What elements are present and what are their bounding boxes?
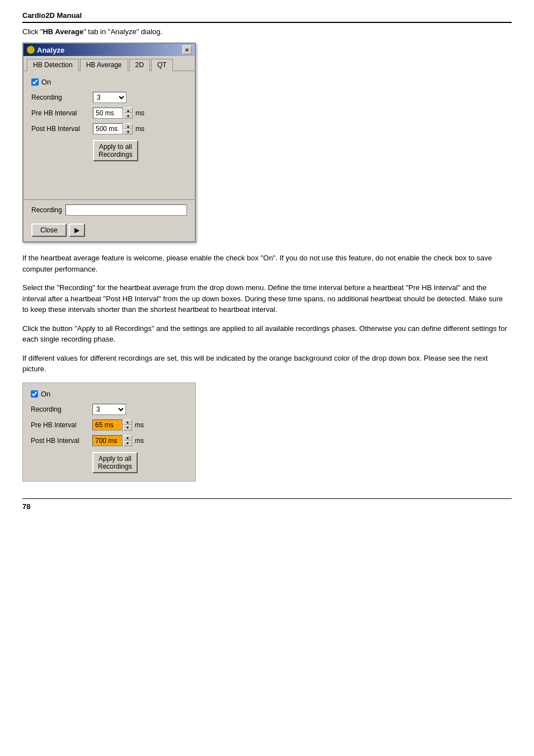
instruction-line: Click "HB Average" tab in "Analyze" dial… bbox=[22, 27, 512, 36]
analyze-dialog: Analyze × HB Detection HB Average 2D QT … bbox=[22, 43, 196, 242]
recording-select[interactable]: 3 bbox=[93, 92, 127, 103]
close-button[interactable]: Close bbox=[31, 223, 67, 237]
pre-hb-input[interactable] bbox=[93, 108, 123, 119]
footer-recording-label: Recording bbox=[31, 206, 62, 214]
tab-hb-detection[interactable]: HB Detection bbox=[27, 59, 79, 71]
pre-hb-spin-down[interactable]: ▼ bbox=[124, 113, 133, 119]
pre-hb-input-wrap: ▲ ▼ ms bbox=[93, 108, 144, 119]
panel2-post-hb-spin-down[interactable]: ▼ bbox=[123, 441, 132, 446]
post-hb-input-wrap: ▲ ▼ ms bbox=[93, 123, 144, 134]
panel2-pre-hb-spinner: ▲ ▼ bbox=[123, 419, 132, 431]
pre-hb-row: Pre HB Interval ▲ ▼ ms bbox=[31, 108, 187, 119]
tab-hb-average[interactable]: HB Average bbox=[80, 59, 128, 71]
panel2-pre-hb-wrap: ▲ ▼ ms bbox=[92, 419, 144, 431]
page-title: Cardio2D Manual bbox=[22, 11, 512, 23]
panel2-post-hb-wrap: ▲ ▼ ms bbox=[92, 435, 144, 446]
dialog-tabs: HB Detection HB Average 2D QT bbox=[24, 56, 195, 71]
on-checkbox[interactable] bbox=[31, 78, 39, 86]
post-hb-input[interactable] bbox=[93, 123, 123, 134]
recording-row: Recording 3 bbox=[31, 92, 187, 103]
dialog-titlebar: Analyze × bbox=[24, 44, 195, 56]
panel2-recording-row: Recording 3 bbox=[31, 404, 188, 415]
post-hb-label: Post HB Interval bbox=[31, 125, 93, 133]
panel2-pre-hb-spin-down[interactable]: ▼ bbox=[123, 425, 132, 431]
pre-hb-unit: ms bbox=[135, 109, 144, 117]
post-hb-spin-down[interactable]: ▼ bbox=[124, 129, 133, 134]
recording-label: Recording bbox=[31, 94, 93, 101]
footer-recording-row: Recording bbox=[31, 204, 187, 216]
pre-hb-spinner: ▲ ▼ bbox=[124, 108, 133, 119]
page-number: 78 bbox=[22, 498, 512, 511]
panel2-recording-label: Recording bbox=[31, 405, 92, 413]
panel2-post-hb-input[interactable] bbox=[92, 435, 123, 446]
panel2-post-hb-spin-up[interactable]: ▲ bbox=[123, 435, 132, 441]
panel2-post-hb-unit: ms bbox=[135, 437, 144, 445]
panel2-pre-hb-spin-up[interactable]: ▲ bbox=[123, 419, 132, 425]
body-paragraph-1: If the heartbeat average feature is welc… bbox=[22, 253, 509, 274]
spacer bbox=[31, 161, 187, 195]
tab-qt[interactable]: QT bbox=[151, 59, 173, 71]
panel2-post-hb-label: Post HB Interval bbox=[31, 437, 92, 445]
tab-2d[interactable]: 2D bbox=[129, 59, 150, 71]
post-hb-row: Post HB Interval ▲ ▼ ms bbox=[31, 123, 187, 134]
footer-recording-field bbox=[65, 204, 187, 216]
panel2: On Recording 3 Pre HB Interval ▲ ▼ ms Po… bbox=[22, 382, 196, 482]
body-paragraph-2: Select the "Recording" for the heartbeat… bbox=[22, 282, 509, 315]
on-label: On bbox=[41, 78, 51, 86]
post-hb-unit: ms bbox=[135, 125, 144, 133]
panel2-post-hb-row: Post HB Interval ▲ ▼ ms bbox=[31, 435, 188, 446]
dialog-footer: Recording bbox=[24, 199, 195, 220]
apply-to-all-button[interactable]: Apply to allRecordings bbox=[93, 140, 138, 161]
panel2-on-checkbox[interactable] bbox=[31, 390, 38, 398]
post-hb-spinner: ▲ ▼ bbox=[124, 123, 133, 134]
panel2-on-label: On bbox=[41, 390, 50, 398]
body-paragraph-4: If different values for different record… bbox=[22, 353, 509, 375]
panel2-on-row: On bbox=[31, 390, 188, 398]
panel2-apply-to-all-button[interactable]: Apply to allRecordings bbox=[92, 452, 138, 473]
pre-hb-spin-up[interactable]: ▲ bbox=[124, 108, 133, 113]
panel2-pre-hb-unit: ms bbox=[135, 421, 144, 429]
panel2-recording-select[interactable]: 3 bbox=[92, 404, 126, 415]
post-hb-spin-up[interactable]: ▲ bbox=[124, 123, 133, 129]
panel2-pre-hb-input[interactable] bbox=[92, 419, 123, 431]
panel2-post-hb-spinner: ▲ ▼ bbox=[123, 435, 132, 446]
panel2-pre-hb-row: Pre HB Interval ▲ ▼ ms bbox=[31, 419, 188, 431]
pre-hb-label: Pre HB Interval bbox=[31, 109, 93, 117]
panel2-recording-input-wrap: 3 bbox=[92, 404, 126, 415]
dialog-title: Analyze bbox=[37, 46, 64, 54]
dialog-content: On Recording 3 Pre HB Interval ▲ ▼ ms bbox=[24, 71, 195, 199]
recording-input-wrap: 3 bbox=[93, 92, 127, 103]
play-button[interactable]: ▶ bbox=[69, 223, 85, 237]
panel2-pre-hb-label: Pre HB Interval bbox=[31, 421, 92, 429]
dialog-bottom-buttons: Close ▶ bbox=[24, 220, 195, 241]
body-paragraph-3: Click the button "Apply to all Recording… bbox=[22, 323, 509, 345]
on-checkbox-row: On bbox=[31, 78, 187, 86]
dialog-close-x-button[interactable]: × bbox=[182, 45, 191, 54]
